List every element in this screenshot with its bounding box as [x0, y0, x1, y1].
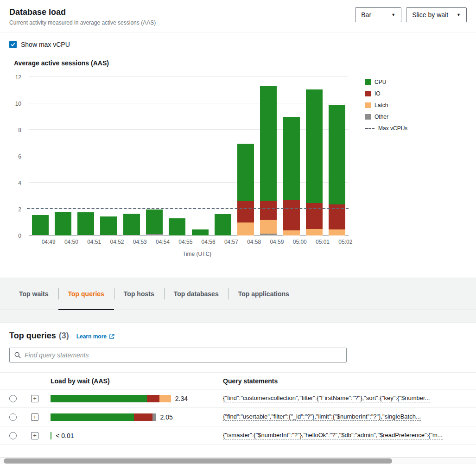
legend-label: Latch — [374, 102, 388, 108]
legend-swatch-latch — [365, 102, 371, 108]
tab-label: Top applications — [238, 290, 289, 298]
bar-segment-latch — [306, 229, 323, 235]
table-body: 2.34{"find":"customerscollection","filte… — [0, 389, 476, 445]
bar-segment-cpu — [329, 105, 345, 204]
query-statement-link[interactable]: {"find":"usertable","filter":{"_id":"?"}… — [223, 413, 421, 421]
expand-row-button[interactable] — [31, 413, 38, 421]
query-statement-link[interactable]: {"ismaster":{"$numberInt":"?"},"helloOk"… — [223, 432, 443, 439]
load-bar-segment-latch — [159, 395, 171, 402]
page-title: Database load — [9, 7, 156, 17]
search-input[interactable] — [25, 351, 342, 359]
external-link-icon — [109, 334, 114, 339]
x-axis-tick-label: 05:01 — [311, 239, 334, 245]
chart-bar-04-57[interactable] — [215, 214, 231, 235]
bar-segment-cpu — [192, 229, 209, 235]
query-cell: {"find":"usertable","filter":{"_id":"?"}… — [215, 413, 476, 421]
chart-bar-04-54[interactable] — [146, 210, 163, 235]
chart-bar-05-00[interactable] — [283, 117, 300, 235]
chart-bar-slot — [75, 77, 97, 235]
tab-top-databases[interactable]: Top databases — [164, 278, 228, 310]
load-value: 2.05 — [160, 413, 173, 421]
horizontal-scrollbar-thumb[interactable] — [4, 458, 392, 464]
slice-by-select[interactable]: Slice by wait ▼ — [406, 7, 467, 22]
horizontal-scrollbar-track[interactable] — [0, 457, 476, 464]
expand-row-button[interactable] — [31, 395, 38, 402]
page-header: Database load Current activity measured … — [0, 0, 476, 32]
query-column-header: Query statements — [215, 377, 476, 385]
top-queries-count: (3) — [59, 331, 69, 341]
table-row: 2.05{"find":"usertable","filter":{"_id":… — [0, 408, 476, 426]
row-radio-button[interactable] — [9, 413, 17, 421]
chart-bar-04-53[interactable] — [123, 214, 140, 235]
tab-top-queries[interactable]: Top queries — [58, 278, 114, 310]
chart-bar-04-59[interactable] — [260, 86, 277, 235]
chart-xlabels: 04:4904:5004:5104:5204:5304:5404:5504:56… — [37, 239, 357, 245]
bar-segment-other — [100, 235, 117, 235]
row-radio-button[interactable] — [9, 395, 17, 402]
chevron-down-icon: ▼ — [391, 13, 395, 17]
row-radio-button[interactable] — [9, 432, 17, 439]
load-bar-segment-io — [134, 413, 152, 421]
expand-row-button[interactable] — [31, 432, 38, 439]
chart-bar-04-49[interactable] — [32, 215, 49, 235]
chart-plot-area: 024681012 — [8, 77, 349, 235]
table-row: < 0.01{"ismaster":{"$numberInt":"?"},"he… — [0, 426, 476, 445]
tab-label: Top databases — [174, 290, 219, 298]
section-gap — [0, 310, 476, 322]
chart-bar-slot — [235, 77, 257, 235]
max-vcpu-line — [27, 208, 349, 209]
query-search-box — [9, 348, 347, 362]
load-bar-segment-io — [147, 395, 160, 402]
legend-item-cpu: CPU — [365, 79, 407, 85]
header-controls: Bar ▼ Slice by wait ▼ — [355, 7, 467, 22]
show-max-vcpu-row: Show max vCPU — [0, 32, 476, 48]
bar-segment-cpu — [283, 117, 300, 201]
check-icon — [10, 42, 16, 47]
x-axis-tick-label: 04:49 — [37, 239, 60, 245]
chart-bar-05-01[interactable] — [306, 89, 323, 235]
y-axis-tick-label: 12 — [8, 74, 21, 81]
show-max-vcpu-checkbox[interactable] — [9, 41, 17, 48]
learn-more-label: Learn more — [76, 333, 107, 340]
chart-bar-04-58[interactable] — [237, 144, 254, 235]
radio-cell — [0, 432, 25, 439]
tab-label: Top hosts — [124, 290, 154, 298]
chart-bar-04-51[interactable] — [77, 212, 94, 235]
tab-top-hosts[interactable]: Top hosts — [114, 278, 164, 310]
load-bar-segment-cpu — [51, 432, 51, 439]
chart-type-select[interactable]: Bar ▼ — [355, 7, 401, 22]
table-header: Load by wait (AAS) Query statements — [0, 372, 476, 389]
expand-cell — [25, 413, 44, 421]
bar-segment-cpu — [77, 212, 94, 235]
chart-bar-04-52[interactable] — [100, 216, 117, 235]
legend-item-max-vcpus: Max vCPUs — [365, 125, 407, 132]
chart-bar-04-56[interactable] — [192, 229, 209, 235]
legend-label: CPU — [374, 79, 386, 85]
chart-bar-slot — [29, 77, 51, 235]
aas-chart: 024681012 CPUIOLatchOtherMax vCPUs 04:49… — [8, 77, 476, 257]
x-axis-tick-label: 04:53 — [128, 239, 151, 245]
bar-segment-other — [123, 235, 140, 235]
x-axis-tick-label: 05:00 — [288, 239, 311, 245]
chart-ylabels: 024681012 — [8, 77, 24, 235]
query-statement-link[interactable]: {"find":"customerscollection","filter":{… — [223, 394, 430, 402]
bar-segment-cpu — [146, 210, 163, 234]
tab-top-waits[interactable]: Top waits — [9, 278, 58, 310]
radio-cell — [0, 395, 25, 402]
chart-bar-slot — [211, 77, 234, 235]
learn-more-link[interactable]: Learn more — [76, 333, 114, 340]
chart-bar-04-55[interactable] — [169, 218, 185, 235]
chart-bar-slot — [280, 77, 303, 235]
y-axis-tick-label: 6 — [8, 153, 21, 160]
top-queries-title: Top queries — [9, 331, 56, 341]
chart-bar-05-02[interactable] — [329, 105, 345, 235]
legend-item-io: IO — [365, 90, 407, 97]
load-value: 2.34 — [175, 395, 188, 402]
chart-bar-04-50[interactable] — [55, 212, 71, 235]
bar-segment-latch — [329, 229, 345, 235]
tab-top-applications[interactable]: Top applications — [228, 278, 299, 310]
database-load-page: Database load Current activity measured … — [0, 0, 476, 464]
chart-bar-slot — [257, 77, 280, 235]
chart-legend: CPUIOLatchOtherMax vCPUs — [365, 79, 407, 132]
chart-plot — [29, 77, 349, 235]
